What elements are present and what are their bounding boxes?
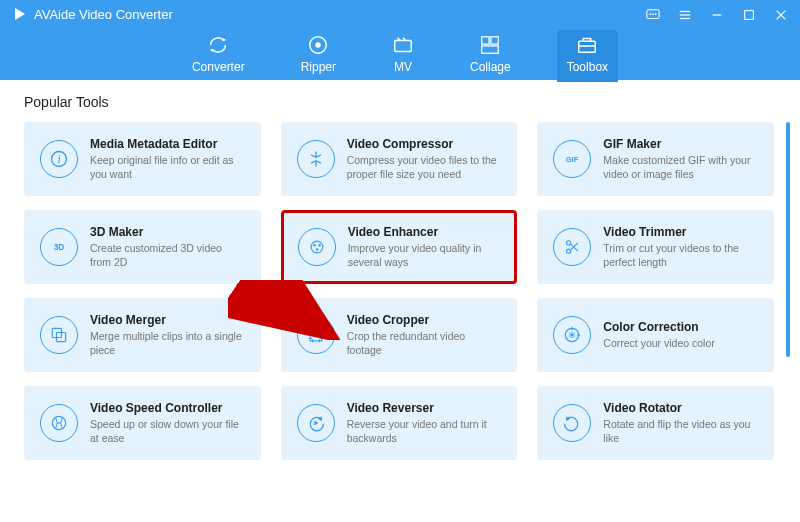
tab-ripper[interactable]: Ripper bbox=[291, 30, 346, 82]
svg-rect-35 bbox=[310, 330, 322, 342]
app-logo-icon bbox=[12, 6, 28, 22]
app-title: AVAide Video Converter bbox=[34, 7, 173, 22]
tool-text: Video Merger Merge multiple clips into a… bbox=[90, 313, 245, 357]
tool-text: 3D Maker Create customized 3D video from… bbox=[90, 225, 245, 269]
tool-title: Video Reverser bbox=[347, 401, 502, 415]
tab-converter[interactable]: Converter bbox=[182, 30, 255, 82]
tool-title: Video Rotator bbox=[603, 401, 758, 415]
tool-text: Media Metadata Editor Keep original file… bbox=[90, 137, 245, 181]
svg-point-29 bbox=[567, 241, 571, 245]
tab-collage[interactable]: Collage bbox=[460, 30, 521, 82]
svg-point-4 bbox=[655, 13, 657, 15]
tool-card-video-enhancer[interactable]: Video Enhancer Improve your video qualit… bbox=[281, 210, 518, 284]
svg-line-31 bbox=[571, 244, 579, 252]
tool-desc: Compress your video files to the proper … bbox=[347, 153, 502, 181]
tool-desc: Improve your video quality in several wa… bbox=[348, 241, 501, 269]
tool-title: Media Metadata Editor bbox=[90, 137, 245, 151]
tool-title: Video Trimmer bbox=[603, 225, 758, 239]
minimize-button[interactable] bbox=[706, 4, 728, 26]
tool-text: Video Cropper Crop the redundant video f… bbox=[347, 313, 502, 357]
tab-mv[interactable]: MV bbox=[382, 30, 424, 82]
tab-label: Collage bbox=[470, 60, 511, 74]
tool-card-gif-maker[interactable]: GIF GIF Maker Make customized GIF with y… bbox=[537, 122, 774, 196]
tool-title: Color Correction bbox=[603, 320, 758, 334]
tab-toolbox[interactable]: Toolbox bbox=[557, 30, 618, 82]
tool-text: Video Speed Controller Speed up or slow … bbox=[90, 401, 245, 445]
tab-label: Converter bbox=[192, 60, 245, 74]
tool-icon: 3D bbox=[40, 228, 78, 266]
tool-icon: i bbox=[40, 140, 78, 178]
tool-title: 3D Maker bbox=[90, 225, 245, 239]
tool-title: Video Merger bbox=[90, 313, 245, 327]
svg-line-32 bbox=[571, 243, 579, 251]
ripper-icon bbox=[307, 34, 329, 56]
tool-card-media-metadata-editor[interactable]: i Media Metadata Editor Keep original fi… bbox=[24, 122, 261, 196]
tool-icon bbox=[553, 316, 591, 354]
tab-label: MV bbox=[394, 60, 412, 74]
maximize-button[interactable] bbox=[738, 4, 760, 26]
tool-card-video-rotator[interactable]: Video Rotator Rotate and flip the video … bbox=[537, 386, 774, 460]
tool-card-video-compressor[interactable]: Video Compressor Compress your video fil… bbox=[281, 122, 518, 196]
tool-text: Video Trimmer Trim or cut your videos to… bbox=[603, 225, 758, 269]
svg-marker-44 bbox=[314, 421, 318, 426]
tool-title: Video Speed Controller bbox=[90, 401, 245, 415]
converter-icon bbox=[207, 34, 229, 56]
tool-desc: Correct your video color bbox=[603, 336, 758, 350]
tool-desc: Trim or cut your videos to the perfect l… bbox=[603, 241, 758, 269]
tool-icon bbox=[297, 140, 335, 178]
tool-card-video-cropper[interactable]: Video Cropper Crop the redundant video f… bbox=[281, 298, 518, 372]
tool-card-color-correction[interactable]: Color Correction Correct your video colo… bbox=[537, 298, 774, 372]
svg-point-30 bbox=[567, 249, 571, 253]
tool-card-video-trimmer[interactable]: Video Trimmer Trim or cut your videos to… bbox=[537, 210, 774, 284]
app-window: AVAide Video Converter bbox=[0, 0, 800, 522]
tool-title: GIF Maker bbox=[603, 137, 758, 151]
menu-icon[interactable] bbox=[674, 4, 696, 26]
svg-point-25 bbox=[311, 241, 323, 253]
content-area: Popular Tools i Media Metadata Editor Ke… bbox=[0, 80, 800, 522]
tool-icon bbox=[40, 316, 78, 354]
tool-card-video-reverser[interactable]: Video Reverser Reverse your video and tu… bbox=[281, 386, 518, 460]
tool-icon bbox=[40, 404, 78, 442]
tool-card-3d-maker[interactable]: 3D 3D Maker Create customized 3D video f… bbox=[24, 210, 261, 284]
tool-card-video-speed-controller[interactable]: Video Speed Controller Speed up or slow … bbox=[24, 386, 261, 460]
close-button[interactable] bbox=[770, 4, 792, 26]
svg-marker-0 bbox=[15, 8, 25, 20]
tools-grid: i Media Metadata Editor Keep original fi… bbox=[24, 122, 790, 460]
svg-point-27 bbox=[318, 244, 321, 247]
scrollbar-thumb[interactable] bbox=[786, 122, 790, 357]
tool-title: Video Cropper bbox=[347, 313, 502, 327]
tool-desc: Crop the redundant video footage bbox=[347, 329, 502, 357]
tool-icon bbox=[298, 228, 336, 266]
tool-desc: Rotate and flip the video as you like bbox=[603, 417, 758, 445]
tool-text: Video Enhancer Improve your video qualit… bbox=[348, 225, 501, 269]
collage-icon bbox=[479, 34, 501, 56]
svg-text:i: i bbox=[57, 153, 60, 166]
svg-rect-17 bbox=[482, 37, 489, 44]
section-title: Popular Tools bbox=[24, 94, 776, 110]
titlebar: AVAide Video Converter bbox=[0, 0, 800, 80]
scrollbar[interactable] bbox=[786, 122, 790, 514]
svg-rect-19 bbox=[482, 46, 499, 53]
svg-rect-9 bbox=[745, 11, 754, 20]
svg-text:3D: 3D bbox=[54, 243, 65, 253]
tab-label: Toolbox bbox=[567, 60, 608, 74]
mv-icon bbox=[392, 34, 414, 56]
svg-point-28 bbox=[315, 248, 318, 251]
tool-desc: Make customized GIF with your video or i… bbox=[603, 153, 758, 181]
svg-point-15 bbox=[316, 42, 322, 48]
svg-rect-18 bbox=[491, 37, 498, 44]
svg-point-26 bbox=[313, 244, 316, 247]
svg-text:GIF: GIF bbox=[566, 155, 579, 164]
tool-text: Video Reverser Reverse your video and tu… bbox=[347, 401, 502, 445]
tool-text: Color Correction Correct your video colo… bbox=[603, 320, 758, 350]
tool-card-video-merger[interactable]: Video Merger Merge multiple clips into a… bbox=[24, 298, 261, 372]
svg-point-2 bbox=[650, 13, 652, 15]
svg-point-3 bbox=[652, 13, 654, 15]
tool-desc: Speed up or slow down your file at ease bbox=[90, 417, 245, 445]
feedback-icon[interactable] bbox=[642, 4, 664, 26]
tool-text: GIF Maker Make customized GIF with your … bbox=[603, 137, 758, 181]
tab-label: Ripper bbox=[301, 60, 336, 74]
tool-title: Video Compressor bbox=[347, 137, 502, 151]
tool-text: Video Compressor Compress your video fil… bbox=[347, 137, 502, 181]
tools-scroll: i Media Metadata Editor Keep original fi… bbox=[24, 122, 790, 514]
